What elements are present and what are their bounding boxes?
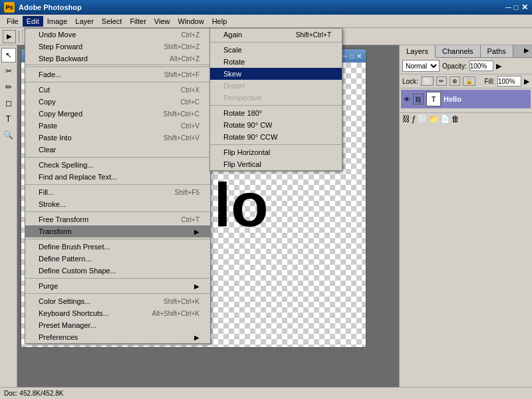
transform-distort[interactable]: Distort [210, 80, 342, 92]
menu-find-replace[interactable]: Find and Replace Text... [25, 171, 210, 183]
transform-scale[interactable]: Scale [210, 44, 342, 56]
menu-bar: File Edit Image Layer Select Filter View… [0, 15, 532, 28]
canvas-close[interactable]: ✕ [356, 53, 362, 60]
menu-paste-into[interactable]: Paste IntoShift+Ctrl+V [25, 132, 210, 144]
left-tool-panel: ↖ ✂ ✏ ◻ T 🔍 [0, 45, 17, 387]
menu-image[interactable]: Image [43, 16, 72, 27]
transform-perspective[interactable]: Perspective [210, 92, 342, 104]
fill-arrow[interactable]: ▶ [524, 77, 529, 86]
transform-rotate-180[interactable]: Rotate 180° [210, 107, 342, 119]
right-panel: Layers Channels Paths ▶ Normal Multiply … [399, 45, 532, 387]
menu-keyboard-shortcuts[interactable]: Keyboard Shortcuts...Alt+Shift+Ctrl+K [25, 307, 210, 319]
canvas-minimize[interactable]: ─ [342, 53, 347, 60]
layer-link-button[interactable]: ⛓ [402, 114, 410, 124]
menu-help[interactable]: Help [208, 16, 231, 27]
tab-layers[interactable]: Layers [400, 45, 436, 58]
edit-menu: Undo MoveCtrl+Z Step ForwardShift+Ctrl+Z… [25, 28, 211, 344]
fill-input[interactable] [497, 76, 521, 86]
layers-panel: Layers Channels Paths ▶ Normal Multiply … [400, 45, 532, 125]
minimize-button[interactable]: ─ [505, 3, 511, 12]
tool-brush[interactable]: ✏ [1, 80, 16, 94]
layer-bottom-controls: ⛓ ƒ ⬜ 📁 📄 🗑 [400, 112, 532, 125]
transform-flip-v[interactable]: Flip Vertical [210, 158, 342, 170]
transform-rotate[interactable]: Rotate [210, 56, 342, 68]
menu-file[interactable]: File [3, 16, 23, 27]
menu-view[interactable]: View [150, 16, 174, 27]
transform-rotate-90ccw[interactable]: Rotate 90° CCW [210, 131, 342, 143]
tool-eraser[interactable]: ◻ [1, 96, 16, 110]
status-bar: Doc: 452.8K/452.8K [0, 387, 532, 399]
menu-undo[interactable]: Undo MoveCtrl+Z [25, 29, 210, 41]
menu-transform[interactable]: Transform▶ [25, 225, 210, 237]
layer-list: 👁 ⛓ T Hello [400, 88, 532, 110]
opacity-label: Opacity: [442, 63, 467, 70]
menu-cut[interactable]: CutCtrl+X [25, 84, 210, 96]
menu-step-forward[interactable]: Step ForwardShift+Ctrl+Z [25, 41, 210, 53]
opacity-input[interactable] [469, 61, 493, 71]
lock-transparent[interactable]: ⬜ [421, 76, 434, 86]
lock-label: Lock: [402, 78, 418, 85]
tool-crop[interactable]: ✂ [1, 64, 16, 78]
layer-link[interactable]: ⛓ [413, 94, 424, 104]
lock-all[interactable]: 🔒 [463, 76, 475, 86]
menu-color-settings[interactable]: Color Settings...Shift+Ctrl+K [25, 295, 210, 307]
menu-free-transform[interactable]: Free TransformCtrl+T [25, 213, 210, 225]
transform-skew[interactable]: Skew [210, 68, 342, 80]
menu-purge[interactable]: Purge▶ [25, 280, 210, 292]
layer-visibility-eye[interactable]: 👁 [404, 96, 410, 103]
menu-edit[interactable]: Edit [23, 16, 43, 27]
tab-paths[interactable]: Paths [481, 45, 513, 57]
layers-tabs: Layers Channels Paths ▶ [400, 45, 532, 58]
blend-mode-select[interactable]: Normal Multiply Screen [402, 60, 440, 72]
layer-effect-button[interactable]: ƒ [412, 114, 416, 124]
menu-window[interactable]: Window [174, 16, 208, 27]
canvas-maximize[interactable]: □ [350, 53, 354, 60]
tab-channels[interactable]: Channels [436, 45, 480, 57]
layer-name: Hello [444, 95, 462, 103]
close-button[interactable]: ✕ [521, 3, 528, 12]
maximize-button[interactable]: □ [514, 3, 519, 12]
menu-fade[interactable]: Fade...Shift+Ctrl+F [25, 68, 210, 80]
layer-item[interactable]: 👁 ⛓ T Hello [401, 90, 531, 108]
toolbar-button[interactable]: ▶ [3, 30, 16, 43]
menu-define-pattern[interactable]: Define Pattern... [25, 253, 210, 265]
tool-select[interactable]: ↖ [1, 48, 16, 63]
lock-row: Lock: ⬜ ✏ ⊕ 🔒 Fill: ▶ [400, 74, 532, 88]
menu-paste[interactable]: PasteCtrl+V [25, 120, 210, 132]
tool-text[interactable]: T [1, 112, 16, 126]
status-text: Doc: 452.8K/452.8K [4, 390, 64, 397]
layers-controls: Normal Multiply Screen Opacity: ▶ [400, 58, 532, 74]
menu-define-brush[interactable]: Define Brush Preset... [25, 241, 210, 253]
menu-copy[interactable]: CopyCtrl+C [25, 96, 210, 108]
layer-delete-button[interactable]: 🗑 [452, 114, 460, 124]
menu-select[interactable]: Select [98, 16, 126, 27]
opacity-arrow[interactable]: ▶ [496, 62, 501, 70]
lock-image[interactable]: ✏ [436, 76, 447, 86]
tool-zoom[interactable]: 🔍 [1, 128, 16, 142]
menu-define-shape[interactable]: Define Custom Shape... [25, 265, 210, 277]
menu-copy-merged[interactable]: Copy MergedShift+Ctrl+C [25, 108, 210, 120]
menu-layer[interactable]: Layer [71, 16, 98, 27]
transform-again[interactable]: AgainShift+Ctrl+T [210, 29, 342, 41]
app-title: Adobe Photoshop [19, 3, 82, 11]
menu-filter[interactable]: Filter [126, 16, 150, 27]
layer-new-button[interactable]: 📄 [440, 114, 450, 124]
menu-check-spelling[interactable]: Check Spelling... [25, 159, 210, 171]
transform-menu: AgainShift+Ctrl+T Scale Rotate Skew Dist… [209, 28, 342, 171]
menu-preset-manager[interactable]: Preset Manager... [25, 319, 210, 331]
lock-position[interactable]: ⊕ [450, 76, 460, 86]
layer-mask-button[interactable]: ⬜ [418, 114, 428, 124]
app-icon: Ps [4, 2, 15, 13]
title-bar: Ps Adobe Photoshop ─ □ ✕ [0, 0, 532, 15]
panel-menu-button[interactable]: ▶ [521, 45, 532, 57]
menu-stroke[interactable]: Stroke... [25, 198, 210, 210]
transform-flip-h[interactable]: Flip Horizontal [210, 146, 342, 158]
menu-preferences[interactable]: Preferences▶ [25, 331, 210, 343]
menu-clear[interactable]: Clear [25, 144, 210, 156]
menu-step-backward[interactable]: Step BackwardAlt+Ctrl+Z [25, 53, 210, 65]
layer-group-button[interactable]: 📁 [429, 114, 439, 124]
layer-thumbnail: T [426, 92, 441, 106]
fill-label: Fill: [484, 78, 495, 85]
menu-fill[interactable]: Fill...Shift+F5 [25, 186, 210, 198]
transform-rotate-90cw[interactable]: Rotate 90° CW [210, 119, 342, 131]
